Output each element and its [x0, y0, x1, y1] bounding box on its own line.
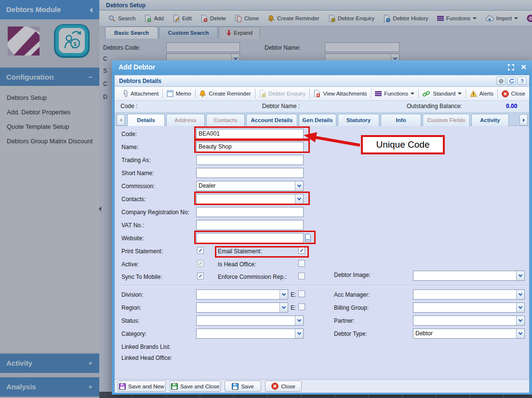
chevron-down-icon[interactable] — [279, 290, 288, 299]
collapse-minus-icon[interactable]: − — [88, 68, 93, 87]
tab-activity[interactable]: Activity — [471, 114, 509, 126]
email-statement-checkbox[interactable] — [298, 247, 305, 254]
chevron-down-icon[interactable] — [295, 181, 303, 191]
settings-button[interactable] — [496, 77, 505, 85]
region-e-checkbox[interactable] — [298, 303, 305, 310]
enforce-commission-checkbox[interactable] — [298, 273, 305, 279]
close-icon[interactable]: × — [521, 63, 526, 71]
sync-to-mobile-checkbox[interactable] — [197, 273, 204, 279]
chevron-down-icon[interactable] — [516, 271, 524, 280]
region-select[interactable] — [196, 302, 288, 313]
chevron-down-icon[interactable] — [295, 329, 303, 338]
clone-button[interactable]: Clone — [230, 14, 263, 22]
create-reminder-button[interactable]: Create Reminder — [263, 14, 324, 22]
save-and-new-button[interactable]: Save and New — [118, 381, 166, 392]
tab-custom-search[interactable]: Custom Search — [159, 27, 218, 39]
attachment-button[interactable]: Attachment — [119, 90, 162, 97]
add-button[interactable]: Add — [140, 14, 168, 22]
chevron-down-icon[interactable] — [516, 329, 524, 338]
sidebar-item-add-debtor-properties[interactable]: Add. Debtor Properties — [0, 105, 99, 120]
tab-details[interactable]: Details — [127, 114, 165, 126]
trading-as-input[interactable] — [196, 155, 304, 165]
debtor-type-select[interactable]: Debtor — [413, 329, 525, 339]
chevron-down-icon — [473, 17, 477, 21]
status-select[interactable] — [196, 316, 304, 326]
tab-info[interactable]: Info — [381, 114, 421, 126]
collapse-left-icon[interactable] — [90, 7, 93, 13]
chevron-down-icon[interactable] — [516, 290, 524, 299]
sidebar-module-header[interactable]: Debtors Module — [0, 0, 99, 19]
sidebar-item-debtors-group-matrix-discount[interactable]: Debtors Group Matrix Discount — [0, 134, 99, 149]
dialog-close-button[interactable]: Close — [498, 90, 529, 97]
chevron-down-icon — [411, 93, 414, 96]
print-statement-checkbox[interactable] — [197, 247, 204, 254]
division-select[interactable] — [196, 289, 288, 300]
edit-button[interactable]: Edit — [168, 14, 196, 22]
linked-head-office-row: Linked Head Office: — [115, 352, 529, 365]
debtors-code-input[interactable] — [166, 42, 240, 52]
functions-icon — [375, 91, 382, 96]
expand-plus-icon[interactable]: + — [88, 377, 93, 397]
create-reminder-button[interactable]: Create Reminder — [195, 90, 255, 97]
is-head-office-checkbox[interactable] — [298, 260, 305, 267]
sidebar-title: Debtors Module — [6, 5, 61, 14]
import-dropdown[interactable]: Import — [481, 15, 523, 22]
billing-group-select[interactable] — [413, 302, 525, 313]
tab-gen-details[interactable]: Gen Details — [299, 114, 336, 126]
expand-button[interactable]: Expand — [219, 27, 260, 39]
chevron-down-icon[interactable] — [516, 316, 524, 325]
delete-button[interactable]: Delete — [196, 14, 230, 22]
debtor-enquiry-button[interactable]: Debtor Enquiry — [324, 14, 379, 22]
standard-dropdown[interactable]: Standard — [418, 91, 466, 97]
commission-select[interactable]: Dealer — [196, 181, 304, 191]
sidebar-collapse-handle[interactable] — [99, 206, 101, 211]
sidebar-item-quote-template-setup[interactable]: Quote Template Setup — [0, 120, 99, 134]
chevron-down-icon[interactable] — [295, 316, 303, 325]
partner-select[interactable] — [413, 316, 525, 326]
chevron-down-icon[interactable] — [516, 303, 524, 312]
analysis-label: Analysis — [6, 383, 36, 391]
sidebar-section-configuration[interactable]: Configuration − — [0, 68, 99, 87]
open-website-button[interactable]: ww — [305, 233, 311, 244]
category-select[interactable] — [196, 329, 304, 339]
bell-icon — [267, 14, 275, 22]
memo-button[interactable]: Memo — [163, 90, 195, 97]
expand-plus-icon[interactable]: + — [88, 354, 93, 373]
maximize-icon[interactable] — [508, 64, 514, 70]
debtor-name-input[interactable] — [325, 42, 399, 52]
debtor-image-select[interactable] — [413, 271, 525, 281]
debtor-history-button[interactable]: Debtor History — [379, 14, 433, 22]
short-name-input[interactable] — [196, 168, 304, 178]
sidebar-section-activity[interactable]: Activity + — [0, 354, 99, 373]
view-attachments-button[interactable]: View Attachments — [309, 90, 371, 97]
tab-basic-search[interactable]: Basic Search — [105, 27, 158, 39]
save-button[interactable]: Save — [225, 381, 261, 392]
code-input[interactable]: BEA001 — [196, 129, 304, 139]
tab-account-details[interactable]: Account Details — [246, 114, 297, 126]
tab-scroll-left[interactable] — [117, 114, 125, 125]
chevron-down-icon[interactable] — [279, 303, 288, 312]
tab-statutory[interactable]: Statutory — [338, 114, 379, 126]
tab-scroll-right[interactable] — [519, 114, 528, 125]
division-e-checkbox[interactable] — [298, 290, 305, 297]
contacts-select[interactable] — [196, 194, 304, 204]
company-registration-input[interactable] — [196, 207, 304, 217]
website-input[interactable] — [196, 233, 304, 243]
name-input[interactable]: Beauty Shop — [196, 142, 304, 152]
dialog-titlebar[interactable]: Add Debtor × — [112, 60, 532, 74]
print-button[interactable]: Print — [522, 14, 532, 22]
sidebar-item-debtors-setup[interactable]: Debtors Setup — [0, 91, 99, 105]
close-button[interactable]: Close — [265, 381, 302, 392]
sidebar-section-analysis[interactable]: Analysis + — [0, 377, 99, 397]
refresh-button[interactable] — [507, 77, 516, 85]
trading-as-row: Trading As: — [115, 154, 529, 167]
help-button[interactable]: ? — [518, 77, 527, 85]
chevron-down-icon[interactable] — [295, 194, 303, 204]
save-and-close-button[interactable]: Save and Close — [170, 381, 221, 392]
alerts-button[interactable]: Alerts — [466, 90, 497, 97]
search-button[interactable]: Search — [104, 15, 140, 22]
vat-input[interactable] — [196, 220, 304, 230]
functions-dropdown[interactable]: Functions — [371, 91, 418, 96]
functions-dropdown[interactable]: Functions — [433, 15, 481, 21]
acc-manager-select[interactable] — [413, 289, 525, 300]
